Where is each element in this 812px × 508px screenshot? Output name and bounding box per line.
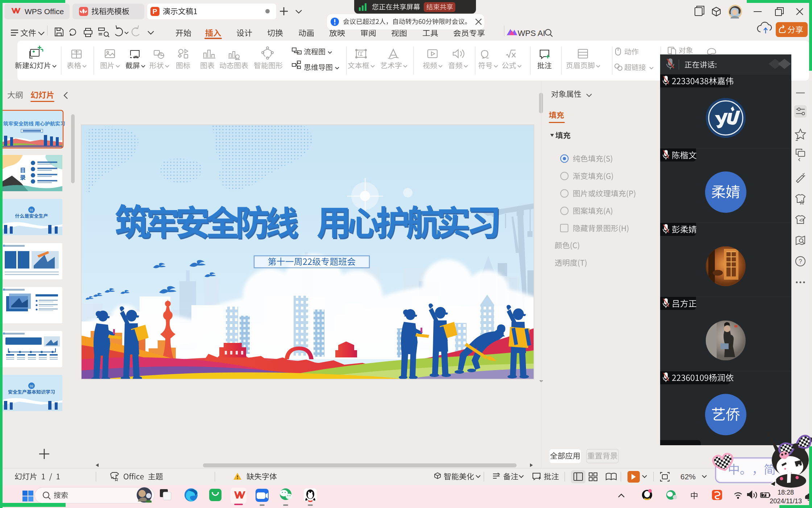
svg-text:01: 01 (30, 208, 33, 212)
svg-text:?: ? (799, 258, 802, 265)
svg-text:18:28: 18:28 (778, 489, 794, 496)
svg-text:P: P (153, 8, 157, 15)
svg-text:2024/11/13: 2024/11/13 (770, 497, 802, 505)
svg-text:62%: 62% (680, 472, 696, 481)
svg-text:WPS Office: WPS Office (25, 7, 64, 16)
svg-text:WPS AI: WPS AI (518, 29, 545, 38)
svg-text:02: 02 (30, 384, 33, 388)
